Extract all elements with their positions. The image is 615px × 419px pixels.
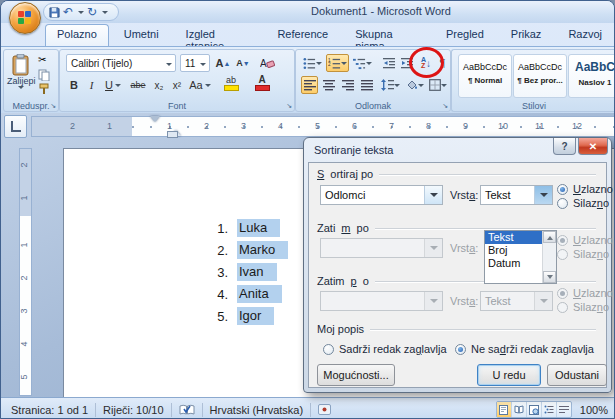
header-row-radio[interactable]: Sadrži redak zaglavlja xyxy=(323,343,447,355)
draft-view-button[interactable] xyxy=(557,402,571,417)
redo-icon[interactable]: ↻ xyxy=(87,6,97,18)
list-item: 5. Igor xyxy=(210,305,274,327)
qat-customize-icon[interactable] xyxy=(102,11,108,17)
tab-polazno[interactable]: Polazno xyxy=(45,24,109,46)
decrease-indent-button[interactable] xyxy=(380,54,397,72)
bold-button[interactable]: B xyxy=(66,76,82,94)
superscript-button[interactable]: x² xyxy=(169,76,185,94)
scroll-down-icon[interactable] xyxy=(543,271,556,283)
outline-view-button[interactable] xyxy=(542,402,557,417)
clear-formatting-button[interactable]: A xyxy=(256,54,278,72)
tab-razvoj[interactable]: Razvoj xyxy=(556,24,614,46)
shading-button[interactable] xyxy=(404,76,426,94)
justify-button[interactable] xyxy=(358,76,375,94)
radio-dot xyxy=(557,302,568,313)
combo-dropdown-button[interactable] xyxy=(424,186,442,204)
styles-group-label: Stilovi xyxy=(452,101,615,111)
tab-umetni[interactable]: Umetni xyxy=(112,24,171,46)
proofing-icon[interactable] xyxy=(179,404,195,416)
text-highlight-button[interactable]: ab xyxy=(217,74,245,92)
options-button[interactable]: Mogućnosti... xyxy=(317,364,395,386)
paste-button[interactable]: Zalijepi xyxy=(7,53,35,97)
type-label: Vrsta: xyxy=(450,189,478,201)
ascending-radio[interactable]: Uzlazno xyxy=(557,183,613,195)
ruler-number: 2 xyxy=(204,121,209,131)
page-indicator[interactable]: Stranica: 1 od 1 xyxy=(11,404,88,416)
justify-icon xyxy=(361,79,373,91)
bullets-button[interactable] xyxy=(301,54,324,72)
numbering-button[interactable]: 1 2 xyxy=(326,54,349,72)
combo-dropdown-button[interactable] xyxy=(534,186,552,204)
sort-type-combo[interactable]: Tekst xyxy=(480,185,553,205)
tab-stop-selector[interactable] xyxy=(4,115,27,138)
dialog-close-button[interactable]: ✕ xyxy=(578,138,608,155)
font-name-combo[interactable]: Calibri (Tijelo) xyxy=(66,54,176,72)
style-no-spacing[interactable]: AaBbCcDc ¶ Bez pror... xyxy=(513,54,567,98)
format-painter-icon[interactable] xyxy=(38,83,52,96)
print-layout-view-button[interactable] xyxy=(497,402,512,417)
cut-icon[interactable]: ✂ xyxy=(38,54,52,67)
eraser-icon: A xyxy=(260,57,275,70)
paragraph-dialog-launcher[interactable]: ↘ xyxy=(442,102,448,110)
align-left-button[interactable] xyxy=(301,76,318,94)
office-button[interactable] xyxy=(9,2,41,34)
underline-button[interactable]: U xyxy=(101,76,125,94)
line-spacing-button[interactable] xyxy=(379,76,402,94)
left-indent-marker[interactable] xyxy=(167,131,178,138)
style-normal[interactable]: AaBbCcDc ¶ Normal xyxy=(458,54,512,98)
dialog-title: Sortiranje teksta xyxy=(314,144,393,156)
first-line-indent-marker[interactable] xyxy=(150,116,160,127)
tab-prikaz[interactable]: Prikaz xyxy=(499,24,554,46)
font-dialog-launcher[interactable]: ↘ xyxy=(286,102,292,110)
macro-record-icon[interactable] xyxy=(318,404,331,415)
tab-pregled[interactable]: Pregled xyxy=(434,24,496,46)
undo-dropdown-icon[interactable] xyxy=(78,11,84,17)
type-label: Vrsta: xyxy=(450,242,478,254)
descending-radio[interactable]: Silazno xyxy=(557,197,609,209)
undo-icon[interactable]: ↶ xyxy=(63,6,73,18)
no-header-row-radio[interactable]: Ne sadrži redak zaglavlja xyxy=(455,343,594,355)
subscript-button[interactable]: x₂ xyxy=(151,76,167,94)
line-spacing-dropdown-icon xyxy=(394,84,400,90)
dialog-help-button[interactable]: ? xyxy=(553,138,576,155)
cancel-button[interactable]: Odustani xyxy=(547,364,607,386)
web-layout-view-button[interactable] xyxy=(527,402,542,417)
word-count-indicator[interactable]: Riječi: 10/10 xyxy=(103,404,164,416)
italic-button[interactable]: I xyxy=(84,76,99,94)
copy-icon[interactable] xyxy=(38,69,52,82)
sort-by-combo[interactable]: Odlomci xyxy=(320,185,443,205)
clipboard-dialog-launcher[interactable]: ↘ xyxy=(50,102,56,110)
align-center-button[interactable] xyxy=(320,76,337,94)
align-right-button[interactable] xyxy=(339,76,356,94)
font-color-button[interactable]: A xyxy=(248,74,276,92)
fullscreen-reading-view-button[interactable] xyxy=(512,402,527,417)
font-size-combo[interactable]: 11 xyxy=(180,54,210,72)
borders-button[interactable] xyxy=(427,76,449,94)
multilevel-list-button[interactable] xyxy=(351,54,374,72)
tab-izgled-stranice[interactable]: Izgled stranice xyxy=(174,24,263,46)
dropdown-scrollbar[interactable] xyxy=(542,231,556,283)
zoom-level[interactable]: 100% xyxy=(580,404,608,416)
font-color-bar xyxy=(255,85,270,91)
dropdown-option-tekst[interactable]: Tekst xyxy=(485,231,544,244)
grow-font-button[interactable]: A▲ xyxy=(214,54,232,72)
change-case-button[interactable]: Aa xyxy=(187,76,213,94)
scroll-up-icon[interactable] xyxy=(543,231,556,243)
dropdown-option-broj[interactable]: Broj xyxy=(485,244,544,257)
strikethrough-button[interactable]: abe xyxy=(127,76,149,94)
view-switcher xyxy=(496,401,572,418)
language-indicator[interactable]: Hrvatski (Hrvatska) xyxy=(210,404,304,416)
style-heading1[interactable]: AaBbC Naslov 1 xyxy=(568,54,615,98)
shrink-font-button[interactable]: A▼ xyxy=(234,54,252,72)
ruler-number: 10 xyxy=(498,121,508,131)
ruler-number: 4 xyxy=(19,341,29,346)
selected-text: Marko xyxy=(237,241,288,259)
save-icon[interactable] xyxy=(49,7,60,18)
paste-dropdown-icon xyxy=(18,86,24,92)
paste-label: Zalijepi xyxy=(7,76,35,86)
tab-reference[interactable]: Reference xyxy=(265,24,340,46)
tab-skupna-pisma[interactable]: Skupna pisma xyxy=(343,24,431,46)
ok-button[interactable]: U redu xyxy=(477,364,541,386)
radio-label: Uzlazno xyxy=(573,183,613,195)
dropdown-option-datum[interactable]: Datum xyxy=(485,257,544,270)
